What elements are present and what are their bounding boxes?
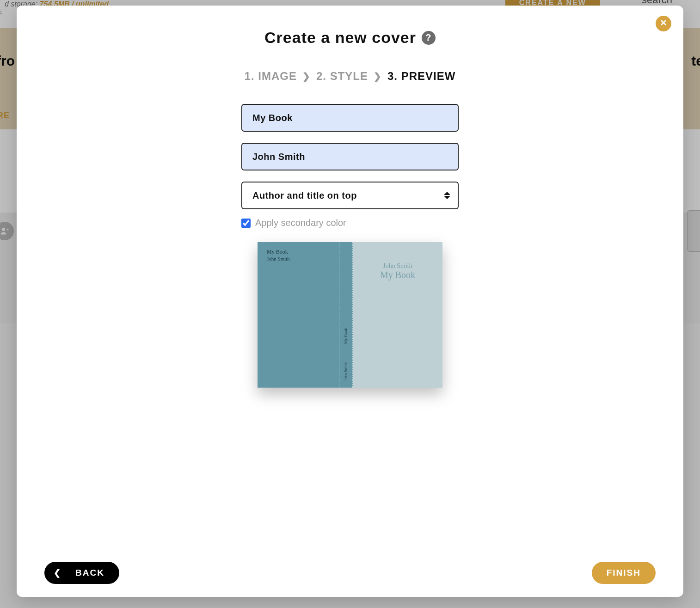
back-button-label: BACK	[75, 568, 104, 578]
step-image[interactable]: 1. IMAGE	[245, 70, 297, 83]
step-style[interactable]: 2. STYLE	[316, 70, 368, 83]
author-name-input[interactable]	[241, 143, 459, 170]
layout-select[interactable]: Author and title on top	[241, 182, 459, 209]
back-button[interactable]: ❮ BACK	[44, 562, 119, 584]
modal-footer: ❮ BACK FINISH	[44, 553, 656, 584]
secondary-color-row: Apply secondary color	[241, 218, 459, 228]
cover-back-author: John Smith	[267, 256, 339, 261]
cover-front: John Smith My Book	[353, 242, 442, 388]
chevron-right-icon: ❯	[302, 71, 311, 82]
cover-spine-title: My Book	[344, 328, 348, 344]
secondary-color-checkbox[interactable]	[241, 219, 251, 228]
finish-button[interactable]: FINISH	[592, 562, 656, 584]
wizard-steps: 1. IMAGE ❯ 2. STYLE ❯ 3. PREVIEW	[44, 70, 656, 83]
create-cover-modal: Create a new cover ? 1. IMAGE ❯ 2. STYLE…	[17, 6, 683, 597]
cover-spine: My Book John Smith	[339, 242, 353, 388]
cover-front-author: John Smith	[383, 262, 412, 270]
close-icon	[659, 18, 668, 29]
close-button[interactable]	[656, 16, 671, 31]
cover-spine-author: John Smith	[344, 362, 348, 381]
cover-front-title: My Book	[380, 270, 415, 280]
modal-title-text: Create a new cover	[264, 29, 416, 47]
finish-button-label: FINISH	[607, 568, 641, 578]
secondary-color-label: Apply secondary color	[255, 218, 346, 228]
cover-back: My Book John Smith	[258, 242, 339, 388]
chevron-right-icon: ❯	[374, 71, 382, 82]
help-icon[interactable]: ?	[422, 31, 436, 45]
book-title-input[interactable]	[241, 104, 459, 132]
step-preview: 3. PREVIEW	[387, 70, 455, 83]
cover-back-title: My Book	[267, 249, 339, 255]
chevron-left-icon: ❮	[54, 568, 61, 578]
layout-select-wrap: Author and title on top	[241, 182, 459, 209]
cover-preview: My Book John Smith My Book John Smith Jo…	[258, 242, 442, 388]
form-column: Author and title on top Apply secondary …	[241, 104, 459, 388]
modal-title: Create a new cover ?	[44, 29, 656, 47]
